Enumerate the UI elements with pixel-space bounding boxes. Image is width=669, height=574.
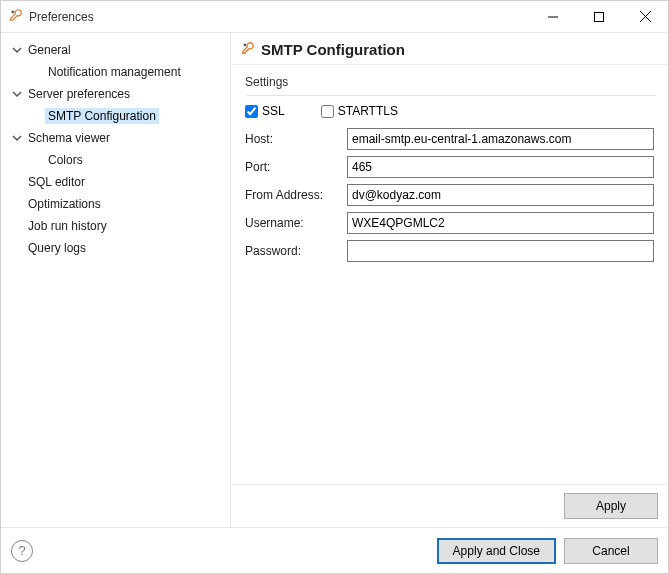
tree-item-label: Query logs xyxy=(25,240,89,256)
password-input[interactable] xyxy=(347,240,654,262)
username-label: Username: xyxy=(245,216,341,230)
tree-item[interactable]: SQL editor xyxy=(5,171,226,193)
port-input[interactable] xyxy=(347,156,654,178)
from-label: From Address: xyxy=(245,188,341,202)
host-input[interactable] xyxy=(347,128,654,150)
settings-panel: Settings SSL STARTTLS xyxy=(231,65,668,484)
chevron-down-icon[interactable] xyxy=(11,132,23,144)
form-grid: SSL STARTTLS Host: Port: From Address: xyxy=(245,104,654,262)
panel-footer: Apply xyxy=(231,484,668,527)
tree-item[interactable]: Query logs xyxy=(5,237,226,259)
wrench-icon xyxy=(9,8,23,25)
chevron-down-icon[interactable] xyxy=(11,44,23,56)
ssl-label: SSL xyxy=(262,104,285,118)
tree-item-label: Server preferences xyxy=(25,86,133,102)
body: GeneralNotification managementServer pre… xyxy=(1,33,668,527)
tree-item[interactable]: Schema viewer xyxy=(5,127,226,149)
window-controls xyxy=(530,1,668,32)
tree-item-label: Job run history xyxy=(25,218,110,234)
starttls-checkbox-input[interactable] xyxy=(321,105,334,118)
tree-item-label: Notification management xyxy=(45,64,184,80)
page-title: SMTP Configuration xyxy=(261,41,405,58)
svg-rect-1 xyxy=(595,12,604,21)
ssl-checkbox-input[interactable] xyxy=(245,105,258,118)
checkbox-row: SSL STARTTLS xyxy=(245,104,654,118)
preferences-tree[interactable]: GeneralNotification managementServer pre… xyxy=(1,33,231,527)
tree-item[interactable]: Job run history xyxy=(5,215,226,237)
tree-item[interactable]: Server preferences xyxy=(5,83,226,105)
port-label: Port: xyxy=(245,160,341,174)
help-icon[interactable]: ? xyxy=(11,540,33,562)
tree-item[interactable]: Notification management xyxy=(5,61,226,83)
chevron-down-icon[interactable] xyxy=(11,88,23,100)
from-input[interactable] xyxy=(347,184,654,206)
tree-item[interactable]: SMTP Configuration xyxy=(5,105,226,127)
apply-button[interactable]: Apply xyxy=(564,493,658,519)
ssl-checkbox[interactable]: SSL xyxy=(245,104,285,118)
wrench-icon xyxy=(241,41,255,58)
close-button[interactable] xyxy=(622,1,668,32)
content-area: SMTP Configuration Settings SSL xyxy=(231,33,668,527)
tree-item-label: Optimizations xyxy=(25,196,104,212)
titlebar: Preferences xyxy=(1,1,668,33)
minimize-button[interactable] xyxy=(530,1,576,32)
tree-item-label: Schema viewer xyxy=(25,130,113,146)
page-header: SMTP Configuration xyxy=(231,33,668,65)
maximize-button[interactable] xyxy=(576,1,622,32)
tree-item[interactable]: General xyxy=(5,39,226,61)
tree-item-label: General xyxy=(25,42,74,58)
starttls-checkbox[interactable]: STARTTLS xyxy=(321,104,398,118)
fieldset-legend: Settings xyxy=(245,75,654,89)
tree-item[interactable]: Optimizations xyxy=(5,193,226,215)
cancel-button[interactable]: Cancel xyxy=(564,538,658,564)
window-title: Preferences xyxy=(29,10,530,24)
tree-item[interactable]: Colors xyxy=(5,149,226,171)
tree-item-label: Colors xyxy=(45,152,86,168)
password-label: Password: xyxy=(245,244,341,258)
dialog-footer: ? Apply and Close Cancel xyxy=(1,527,668,573)
tree-item-label: SQL editor xyxy=(25,174,88,190)
username-input[interactable] xyxy=(347,212,654,234)
separator xyxy=(247,95,656,96)
settings-fieldset: Settings SSL STARTTLS xyxy=(245,75,654,262)
apply-and-close-button[interactable]: Apply and Close xyxy=(437,538,556,564)
preferences-window: Preferences GeneralNotification manageme… xyxy=(0,0,669,574)
host-label: Host: xyxy=(245,132,341,146)
tree-item-label: SMTP Configuration xyxy=(45,108,159,124)
starttls-label: STARTTLS xyxy=(338,104,398,118)
